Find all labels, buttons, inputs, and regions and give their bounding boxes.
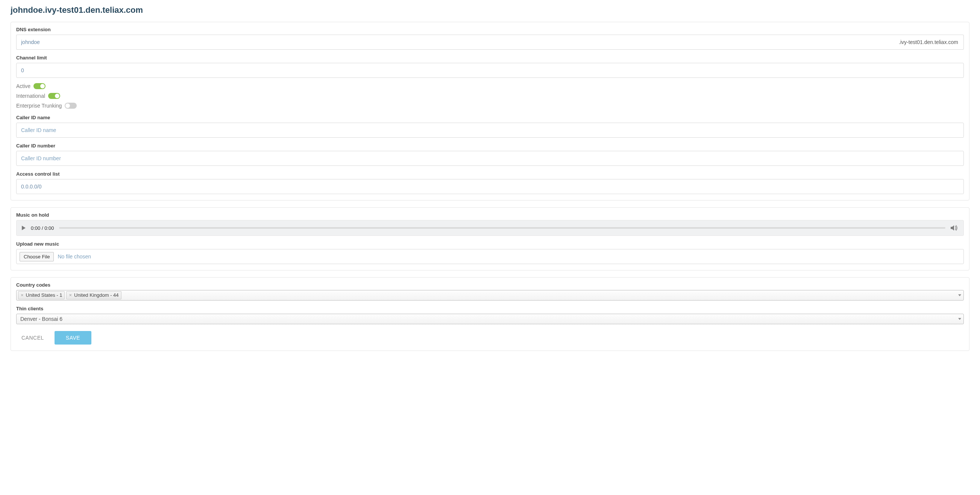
- settings-panel: DNS extension .ivy-test01.den.teliax.com…: [11, 22, 969, 201]
- enterprise-trunking-toggle[interactable]: [65, 103, 77, 109]
- chevron-down-icon: [958, 318, 961, 320]
- enterprise-toggle-label: Enterprise Trunking: [16, 103, 62, 109]
- thin-clients-label: Thin clients: [16, 306, 964, 312]
- country-tag: × United Kingdom - 44: [66, 291, 121, 299]
- country-tag-label: United Kingdom - 44: [74, 292, 119, 299]
- remove-tag-icon[interactable]: ×: [21, 292, 24, 299]
- dns-extension-label: DNS extension: [16, 27, 964, 32]
- acl-input[interactable]: [16, 179, 964, 194]
- country-panel: Country codes × United States - 1 × Unit…: [11, 277, 969, 351]
- international-toggle[interactable]: [48, 93, 60, 99]
- upload-music-label: Upload new music: [16, 241, 964, 247]
- music-panel: Music on hold 0:00 / 0:00 Upload new mus…: [11, 207, 969, 271]
- choose-file-button[interactable]: Choose File: [19, 252, 54, 261]
- save-button[interactable]: SAVE: [54, 331, 91, 345]
- audio-time: 0:00 / 0:00: [31, 225, 54, 231]
- caller-id-name-label: Caller ID name: [16, 115, 964, 120]
- dns-suffix: .ivy-test01.den.teliax.com: [894, 35, 964, 49]
- acl-label: Access control list: [16, 171, 964, 177]
- file-status: No file chosen: [57, 253, 91, 259]
- cancel-button[interactable]: CANCEL: [21, 335, 44, 341]
- caller-id-name-input[interactable]: [16, 123, 964, 138]
- channel-limit-input[interactable]: [16, 63, 964, 78]
- play-icon[interactable]: [22, 226, 25, 230]
- country-codes-label: Country codes: [16, 282, 964, 288]
- audio-player: 0:00 / 0:00: [16, 220, 964, 236]
- dns-extension-input[interactable]: [16, 35, 894, 49]
- caller-id-number-input[interactable]: [16, 151, 964, 166]
- music-on-hold-label: Music on hold: [16, 212, 964, 218]
- country-tag-label: United States - 1: [26, 292, 62, 299]
- thin-client-selected: Denver - Bonsai 6: [20, 316, 62, 322]
- active-toggle[interactable]: [33, 83, 46, 89]
- international-toggle-label: International: [16, 93, 45, 99]
- caller-id-number-label: Caller ID number: [16, 143, 964, 148]
- file-input-row: Choose File No file chosen: [16, 249, 964, 264]
- country-codes-select[interactable]: × United States - 1 × United Kingdom - 4…: [16, 290, 964, 301]
- thin-clients-select[interactable]: Denver - Bonsai 6: [16, 314, 964, 324]
- chevron-down-icon: [958, 294, 961, 296]
- volume-icon[interactable]: [951, 225, 958, 231]
- page-title: johndoe.ivy-test01.den.teliax.com: [11, 5, 969, 15]
- channel-limit-label: Channel limit: [16, 55, 964, 60]
- remove-tag-icon[interactable]: ×: [69, 292, 73, 299]
- active-toggle-label: Active: [16, 83, 30, 89]
- audio-track[interactable]: [59, 227, 945, 229]
- country-tag: × United States - 1: [18, 291, 65, 299]
